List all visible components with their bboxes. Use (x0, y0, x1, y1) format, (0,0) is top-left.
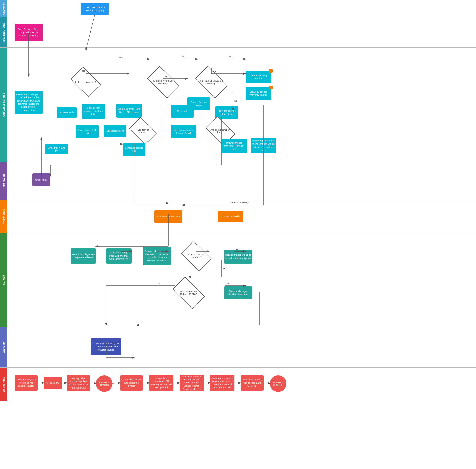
node-accounting-finishes: Accounting finishes and posts the invoic… (120, 375, 143, 391)
lane-parts-distributor: Parts Distributor Parts Delivery Driver … (0, 17, 476, 48)
diamond-add-item: Add item or Labor? (132, 123, 154, 139)
node-ap-pays: AP pays the invoice / applies the credit… (67, 375, 90, 391)
node-collect-payment: Collect payment (104, 125, 126, 137)
node-change-job: Change the job status to "Parts On Ord" (222, 139, 247, 153)
node-parts-delivery-text: Parts Delivery Driver drops off parts to… (16, 28, 42, 37)
node-dispatching: Dispatching Technicians (154, 210, 182, 223)
node-research: Research (171, 105, 194, 118)
node-run-in29: Run IN-29 weekly (218, 211, 243, 222)
lane-customer-service: Customer Service Receive and cost parts,… (0, 48, 476, 162)
node-customer-contact: Customer contacts Service Company (81, 3, 109, 15)
lane-service-label: Service (2, 275, 5, 285)
node-parts-delivery: Parts Delivery Driver drops off parts to… (15, 24, 43, 41)
lane-warranty: Warranty Warranty Clerk (WC) fills in Wa… (0, 327, 476, 368)
node-warranty-clerk: Warranty Clerk (WC) fills in Warranty fi… (91, 338, 121, 355)
lane-customer-label: Customer (2, 2, 5, 15)
lane-warehouse-label: Warehouse (2, 209, 5, 224)
diamond-service-complete: Is the service call complete? (184, 247, 209, 265)
node-check-parts: Check for "Parts In" (45, 144, 68, 154)
lane-purchasing: Purchasing Order items (0, 162, 476, 200)
node-create-counter: Create Counter Parts Sales (CP) invoice (116, 104, 142, 118)
node-service-manager-order: Service Manager needs to order additiona… (224, 250, 252, 264)
node-order-items: Order items (32, 173, 50, 186)
node-parts-arrive: Once the parts arrive, the technician wi… (251, 138, 276, 153)
lane-purchasing-label: Purchasing (2, 173, 5, 188)
svg-line-3 (112, 383, 120, 383)
node-warranty-claims: Warranty Claims reconciliation and AP Cr… (241, 375, 264, 391)
node-process-complete-2: Process is complete. (270, 375, 286, 392)
lane-accounting: Accounting Accounts Payable (AP) receive… (0, 368, 476, 401)
node-ap-receives: Accounts Payable (AP) receives supplier … (15, 375, 38, 391)
node-receive-cost-text: Receive and cost parts, assign items to … (16, 93, 42, 112)
lane-service: Service Technician diagnoses / repairs t… (0, 233, 476, 327)
node-warranty-invoices: Warranty invoices are uploaded to Servic… (180, 375, 204, 391)
node-service-manager-finalize: Service Manager finalizes invoices. (224, 286, 252, 299)
lane-warehouse: Warehouse Dispatching Technicians Run IN… (0, 200, 476, 233)
node-fill-service: Fill in the service information. (215, 106, 238, 119)
diamond-manufacturer-warranty: Is this a manufacturer's warranty? (198, 73, 225, 91)
corner-icon-1 (269, 69, 273, 73)
lane-parts-distributor-label: Parts Distributor (2, 21, 5, 43)
node-schedule-service: Schedule service call (123, 143, 145, 156)
node-ap-costs: AP costs PO (44, 377, 62, 389)
node-create-extended: Create Extended Warranty Invoice (246, 87, 271, 100)
node-customer-contact-text: Customer contacts Service Company (82, 6, 108, 12)
node-service-manager-runs: Service Manager runs the IN-23 to reconc… (143, 247, 171, 265)
node-add-item-detail: Add item or labor to Invoice Detail (171, 125, 196, 138)
node-ship-collect: Ship, collect payment, print and finish (82, 104, 105, 119)
diamond-service-call: Is this a service call? (73, 73, 99, 91)
node-process-ends: Process ends (57, 107, 77, 118)
corner-icon-2 (269, 86, 273, 89)
lane-warranty-label: Warranty (2, 341, 5, 353)
lane-customer-service-label: Customer Service (2, 93, 5, 117)
diamond-items-hand: Are all the items on hand? (208, 123, 233, 139)
node-accounting-completes: Accounting completes AR Posting, GL and … (149, 375, 173, 391)
node-tech-brings: Technician brings back all parts that we… (106, 248, 132, 264)
svg-line-2 (90, 383, 96, 383)
lane-customer: Customer Customer contacts Service Compa… (0, 0, 476, 17)
node-create-warranty: Create Warranty Invoice (246, 71, 271, 83)
flowchart-container: Customer Customer contacts Service Compa… (0, 0, 476, 469)
node-process-complete-1: Process is complete (96, 375, 112, 392)
svg-line-8 (264, 383, 270, 383)
diamond-payment-cod: Is it Payment on Delivery (COD)? (175, 284, 203, 302)
node-receive-cost: Receive and cost parts, assign items to … (15, 91, 43, 114)
node-accounting-receives: Accounting receives payments from the ma… (210, 375, 234, 391)
diamond-under-warranty: Is the service under warranty? (149, 73, 177, 91)
node-tech-diagnoses: Technician diagnoses / repairs the issue (71, 248, 96, 264)
node-send-tech: Send service tech to site (76, 125, 99, 138)
lane-accounting-label: Accounting (2, 377, 5, 392)
